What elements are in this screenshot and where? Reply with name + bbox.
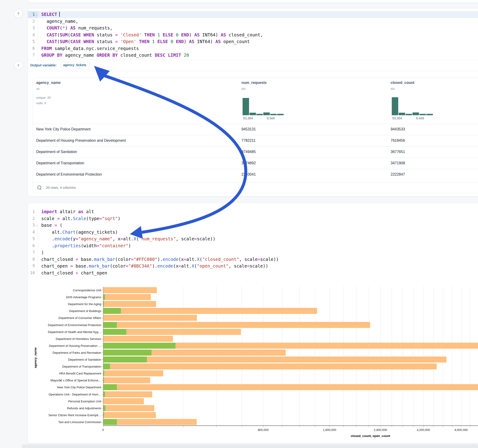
gridline: [470, 287, 470, 425]
column-header-agency_name[interactable]: agency_name: [36, 81, 61, 85]
code-line[interactable]: FROM sample_data.nyc.service_requests: [41, 45, 139, 52]
gridline: [315, 287, 315, 425]
output-row-divider: [28, 71, 478, 71]
y-axis-label: Department of Health and Mental Hyg…: [32, 330, 101, 334]
chart-bar-open: [103, 363, 110, 369]
x-axis-tick-label: 1,600,000: [323, 428, 336, 432]
add-cell-button[interactable]: +: [14, 61, 23, 70]
line-number: 7: [27, 249, 35, 256]
y-axis-label: Department of Environmental Protection: [32, 323, 101, 327]
hist-max-label: 9.4e6: [416, 116, 424, 120]
code-line[interactable]: COUNT(*) AS num_requests,: [41, 25, 113, 31]
chart-bar-open: [103, 356, 147, 362]
code-line[interactable]: .properties(width="container"): [41, 243, 131, 249]
code-line[interactable]: .encode(y="agency_name", x=alt.X("num_re…: [41, 236, 215, 243]
y-axis-label: DHS Advantage Programs: [32, 295, 101, 299]
chart-bar-open: [103, 391, 105, 397]
output-variable-badge[interactable]: agency_tickets: [61, 62, 90, 69]
add-cell-button[interactable]: +: [14, 9, 23, 18]
x-axis-tick: [461, 426, 461, 427]
y-axis-label: Department of Transportation: [32, 365, 101, 368]
y-axis-label: Department of Consumer Affairs: [32, 316, 101, 320]
code-line[interactable]: chart_closed + chart_open: [41, 270, 107, 277]
code-line[interactable]: GROUP BY agency_name ORDER BY closed_cou…: [41, 52, 189, 59]
x-axis-tick: [242, 426, 242, 427]
chart-bar-open: [103, 405, 105, 411]
python-cell: 1import altair as alt2scale = alt.Scale(…: [28, 203, 478, 443]
code-line[interactable]: base = (: [41, 222, 63, 229]
chart-bar-closed: [103, 287, 157, 293]
table-cell: 2240041: [241, 172, 256, 176]
next-cell-edge: [22, 444, 478, 448]
code-line[interactable]: scale = alt.Scale(type="sqrt"): [41, 215, 120, 222]
altair-chart: Correspondence UnitDHS Advantage Program…: [28, 281, 478, 440]
gridline: [282, 287, 282, 425]
table-cell: Department of Transportation: [36, 161, 84, 165]
table-body: New York City Police Department945313194…: [33, 124, 478, 180]
column-type: str: [36, 87, 40, 91]
y-axis-label: Department of Parks and Recreation: [32, 351, 101, 355]
chart-bar-open: [103, 350, 151, 356]
gutter-divider: [38, 10, 38, 67]
column-header-closed_count[interactable]: closed_count: [391, 81, 414, 85]
x-axis-tick: [356, 426, 357, 427]
table-cell: Department of Sanitation: [36, 150, 77, 154]
code-line[interactable]: ): [41, 249, 44, 256]
y-axis-label: New York City Police Department: [32, 386, 101, 389]
column-header-num_requests[interactable]: num_requests: [241, 81, 267, 85]
code-line[interactable]: import altair as alt: [41, 208, 94, 215]
python-editor[interactable]: 1import altair as alt2scale = alt.Scale(…: [28, 208, 478, 277]
table-row[interactable]: Department of Transportation377489234719…: [33, 158, 478, 169]
sql-editor[interactable]: 1⌄SELECT2 agency_name,3 COUNT(*) AS num_…: [28, 8, 478, 68]
table-cell: Department of Housing Preservation and D…: [36, 138, 126, 143]
x-axis-tick: [329, 426, 330, 427]
code-line[interactable]: CAST(SUM(CASE WHEN status = 'Closed' THE…: [41, 31, 263, 38]
table-row[interactable]: Department of Environmental Protection22…: [33, 169, 478, 180]
y-axis-label: Senior Citizen Rent Increase Exempti…: [32, 413, 101, 417]
y-axis-label: Refunds and Adjustments: [32, 406, 101, 410]
x-axis-tick: [470, 426, 470, 427]
active-line-highlight: [28, 11, 478, 18]
code-line[interactable]: CAST(SUM(CASE WHEN status = 'Open' THEN …: [41, 38, 250, 45]
y-axis-label: Department for the Aging: [32, 302, 101, 306]
chart-bar-closed: [103, 336, 173, 342]
table-row[interactable]: Department of Sanitation37494853677651: [33, 146, 478, 158]
column-histogram: [392, 97, 434, 115]
chart-bar-closed: [103, 315, 197, 321]
y-axis-label: HRA Benefit Card Replacement: [32, 372, 101, 375]
table-row[interactable]: Department of Housing Preservation and D…: [33, 135, 478, 146]
chart-bar-closed: [103, 405, 154, 411]
gridline: [242, 287, 242, 425]
chart-bar-open: [103, 343, 176, 349]
column-type: i64: [241, 87, 245, 91]
gridline: [392, 287, 392, 425]
x-axis-tick-label: 4,000,000: [454, 428, 468, 432]
x-axis-tick: [423, 426, 424, 427]
gridline: [461, 287, 461, 425]
table-cell: 7618456: [391, 138, 405, 143]
chart-bar-closed: [103, 308, 317, 314]
x-axis-tick: [282, 426, 282, 427]
table-cell: New York City Police Department: [36, 127, 91, 131]
chart-bar-open: [103, 322, 117, 328]
column-type: i64: [391, 87, 395, 91]
line-number: 2: [27, 215, 35, 222]
table-header: agency_name strunique: 20nulls: 0num_req…: [33, 78, 478, 124]
code-line[interactable]: SELECT: [41, 11, 60, 18]
code-line[interactable]: alt.Chart(agency_tickets): [41, 229, 118, 236]
search-icon[interactable]: [37, 186, 41, 189]
line-number: 1: [27, 208, 35, 215]
code-line[interactable]: agency_name,: [41, 18, 78, 25]
line-number: 2: [27, 18, 35, 25]
chart-bar-closed: [103, 301, 156, 307]
table-footer-text: 20 rows, 4 columns: [46, 186, 76, 189]
column-stat: unique: 20: [36, 95, 51, 100]
code-line[interactable]: chart_closed = base.mark_bar(color="#FFC…: [41, 256, 279, 263]
x-axis-tick: [403, 426, 403, 427]
hist-min-label: 53,304: [392, 116, 402, 120]
chart-bar-closed: [103, 391, 152, 397]
code-line[interactable]: chart_open = base.mark_bar(color="#8BC34…: [41, 263, 268, 270]
x-axis-tick-label: 800,000: [258, 428, 269, 432]
table-row[interactable]: New York City Police Department945313194…: [33, 124, 478, 135]
gridline: [356, 287, 357, 425]
